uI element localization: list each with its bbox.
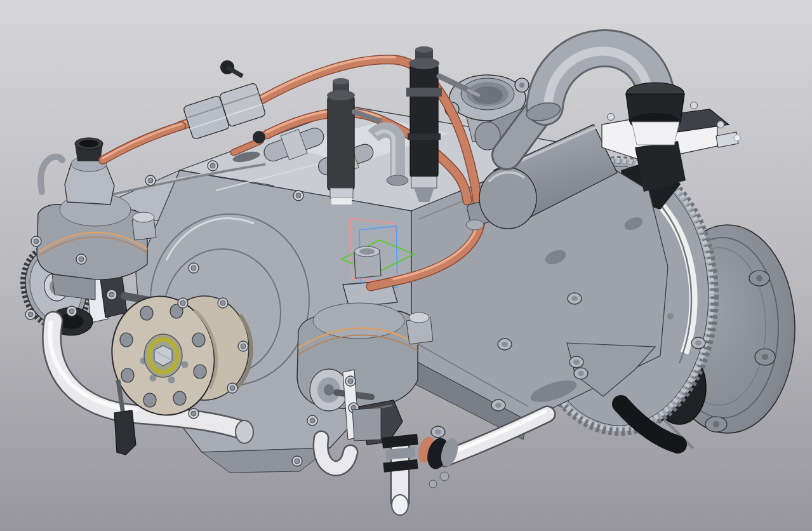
black-cap-bore: [79, 140, 98, 147]
round-cover-hub: [324, 384, 334, 396]
injector-shoulder: [327, 90, 355, 100]
side-port-cap: [409, 313, 429, 323]
elbow-foot: [387, 175, 408, 185]
nipple-cap: [734, 135, 740, 141]
hex-nut: [691, 337, 705, 349]
pump-collar-lower: [352, 408, 381, 441]
flywheel-hole: [667, 313, 674, 319]
drum-bolt: [218, 298, 228, 308]
black-elbow: [253, 131, 265, 144]
hex-nut: [569, 356, 583, 368]
stud-nub: [440, 472, 449, 481]
injector-collar: [411, 177, 437, 188]
hex-nut: [498, 339, 512, 350]
hex-nut: [431, 426, 445, 438]
drum-bolt: [189, 408, 199, 419]
socket-bolt: [208, 161, 218, 171]
hex-nut: [574, 368, 588, 379]
socket-bolt: [67, 306, 77, 316]
elbow-collar: [466, 220, 484, 230]
inlet-bore: [359, 248, 375, 255]
socket-bolt: [307, 415, 317, 426]
socket-bolt: [107, 290, 117, 300]
exhaust-opening: [236, 420, 253, 443]
flange-ear-hole: [519, 83, 524, 88]
injector-band: [406, 88, 442, 97]
socket-bolt: [293, 191, 303, 201]
injector-shoulder: [409, 58, 439, 69]
drum-bolt: [227, 383, 237, 393]
injector-body[interactable]: [410, 64, 438, 178]
shift-lever-grip[interactable]: [114, 410, 136, 455]
socket-bolt: [178, 298, 188, 308]
downpipe-tip: [392, 495, 408, 515]
stud-nub: [429, 480, 437, 488]
injector-cap: [415, 46, 433, 53]
socket-bolt: [145, 175, 156, 185]
socket-bolt: [31, 236, 41, 246]
cad-viewport: [0, 0, 812, 531]
injector-body[interactable]: [328, 95, 354, 191]
hex-nut: [491, 400, 505, 411]
drum-bolt: [238, 341, 248, 351]
starter-cap: [479, 168, 536, 229]
injector-collar: [330, 188, 353, 198]
injector-cap: [333, 78, 349, 84]
hex-nut: [568, 293, 582, 304]
socket-bolt: [292, 456, 302, 466]
injector-band2: [408, 133, 441, 140]
socket-bolt: [345, 376, 356, 386]
socket-bolt: [76, 254, 86, 264]
injector-white-ring: [331, 198, 352, 205]
socket-bolt: [25, 309, 36, 319]
airbox-collar: [632, 122, 679, 145]
socket-bolt: [189, 263, 199, 273]
side-port-cap: [133, 212, 154, 222]
